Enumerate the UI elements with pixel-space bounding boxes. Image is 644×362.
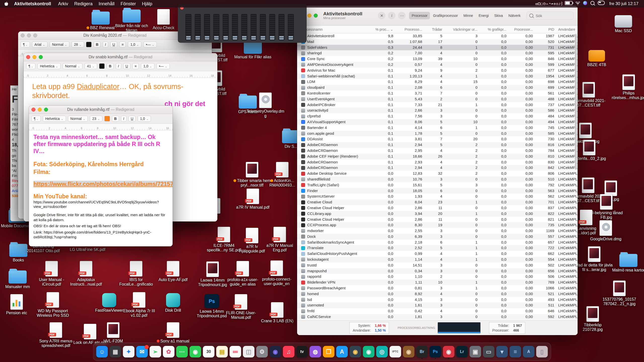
desktop-icon[interactable]: Accu-Check xyxy=(145,9,182,30)
process-row[interactable]: Kontrollcenter0,13,71700,00,00561LHCekMP… xyxy=(297,90,578,96)
flickr-link[interactable]: https://www.flickr.com/photos/cekari/alb… xyxy=(33,181,173,187)
desktop-icon[interactable]: Sony A7RII menus spreadsheet.pdf xyxy=(37,322,75,348)
font-style-select[interactable]: Normal⌄ xyxy=(50,41,69,48)
dock-item-music[interactable]: ♫ xyxy=(283,346,295,357)
desktop-icon[interactable]: Auto Eye-AF.pdf xyxy=(154,261,192,282)
process-row[interactable]: fmfd0,00,42400,00,00646LHCekMPL13 xyxy=(297,308,578,314)
column-header[interactable]: Väckningar ur... xyxy=(444,27,479,32)
close-button[interactable] xyxy=(31,108,35,112)
snabb-titlebar[interactable]: Div snabb komihåg.rtf — Redigerad xyxy=(24,53,217,61)
menu-item-redigera[interactable]: Redigera xyxy=(71,1,96,6)
desktop-icon[interactable]: Philips rörelses...mhus.jpg xyxy=(610,74,644,100)
dock-item-maps[interactable]: ➢ xyxy=(150,346,161,357)
process-row[interactable]: lsd0,04,15300,00,00493LHCekMPL13 xyxy=(297,297,578,303)
process-row[interactable]: homed0,08,92400,00,00521LHCekMPL13 xyxy=(297,291,578,297)
process-row[interactable]: mdworker0,02,55300,00,001169LHCekMPL13 xyxy=(297,228,578,234)
process-row[interactable]: Adobe CEF Helper (Renderer)0,118,662620,… xyxy=(297,154,578,159)
text-color-well[interactable] xyxy=(86,42,92,47)
process-row[interactable]: SafariCloudHistoryPushAgent0,00,99410,00… xyxy=(297,251,578,257)
dock-item-bridge[interactable]: Br xyxy=(416,346,428,357)
column-header[interactable]: PID xyxy=(535,27,556,32)
screen-mirroring-icon[interactable]: ⧉ xyxy=(538,1,540,6)
process-row[interactable]: sharingd0,27,00400,00,00595LHCekMPL13 xyxy=(297,50,578,56)
process-row[interactable]: Creative Cloud Helper0,02,861100,00,0082… xyxy=(297,217,578,222)
tab-nätverk[interactable]: Nätverk xyxy=(506,12,523,19)
process-row[interactable]: Bartender 40,14,14610,00,00745LHCekMPL13 xyxy=(297,125,578,131)
process-row[interactable]: AdobeCRDaemon0,12,95420,00,00784LHCekMPL… xyxy=(297,148,578,154)
desktop-icon[interactable]: profoto-connect-user-guide_en xyxy=(258,260,296,286)
menu-item-fönster[interactable]: Fönster xyxy=(117,1,139,6)
process-row[interactable]: Creative Cloud0,08,042310,00,00701LHCekM… xyxy=(297,199,578,205)
youtube-link[interactable]: https://www.youtube.com/channel/UCVEq5NC… xyxy=(33,200,159,209)
dock-item-app-store[interactable]: A xyxy=(336,346,348,357)
dock-item-gray-utility-app[interactable]: ▣ xyxy=(470,346,481,357)
battery-icon[interactable] xyxy=(565,1,573,5)
rullande-content[interactable]: Testa nya minneskortet… samt backup… Ok … xyxy=(29,130,173,246)
scrollbar-thumb[interactable] xyxy=(575,34,577,170)
dock-item-downloads-stack[interactable]: ▾ xyxy=(496,346,508,357)
menu-app-name[interactable]: Aktivitetskontroll xyxy=(11,0,54,8)
desktop-icon[interactable]: Manualer mm xyxy=(0,268,36,289)
audio-meters-window[interactable] xyxy=(178,4,307,43)
font-select[interactable]: Helvetica⌄ xyxy=(37,63,61,69)
dock-item-finder[interactable]: ☺ xyxy=(96,346,108,357)
underline-button[interactable]: U xyxy=(110,41,117,48)
process-row[interactable]: PasswordBreachAgent0,00,81310,00,001066L… xyxy=(297,285,578,291)
font-style-select[interactable]: Normal⌄ xyxy=(68,116,88,122)
process-row[interactable]: cfprefsd0,17,56300,00,00484LHCekMPL13 xyxy=(297,113,578,119)
process-row[interactable]: CCXProcess.app0,08,301900,00,00735LHCekM… xyxy=(297,222,578,228)
desktop-icon[interactable]: a7R IV Manual Eng.pdf xyxy=(261,227,299,252)
process-row[interactable]: SafariBookmarksSyncAgent0,02,18610,00,00… xyxy=(297,240,578,245)
textedit-window-rullande[interactable]: Div rullande komihåg.rtf — Redigerad ¶ ⌄… xyxy=(29,106,173,246)
desktop-icon[interactable]: Ebook Alpha 7r III v1.02.pdf xyxy=(120,292,158,318)
desktop-icon[interactable]: Adaptalux Instructi...nual.pdf xyxy=(67,261,105,287)
process-row[interactable]: iTranslate0,02,52510,00,00722LHCekMPL13 xyxy=(297,245,578,251)
font-size-select[interactable]: 41⌄ xyxy=(85,63,97,69)
keyboard-icon[interactable]: ⌨ xyxy=(535,1,538,6)
tab-energi[interactable]: Energi xyxy=(476,12,491,19)
column-header[interactable]: Processor... xyxy=(508,27,535,32)
menu-item-hjälp[interactable]: Hjälp xyxy=(139,1,155,6)
dock-item-red-circle-app[interactable]: ◉ xyxy=(443,346,455,357)
desktop-icon[interactable]: GoogleDrive.dmg xyxy=(587,220,625,241)
bold-button[interactable]: B xyxy=(94,41,101,48)
desktop-icon[interactable]: a7R IV Manual.pdf xyxy=(234,189,272,210)
desktop-icon[interactable]: Vad är detta för jävla fil s...terar.jpg xyxy=(575,246,613,272)
column-header[interactable]: Användare xyxy=(556,27,578,32)
diaduplicator-link[interactable]: Diaduplicator xyxy=(77,82,119,90)
dock-item-calendar[interactable]: 30 xyxy=(203,346,215,357)
minimize-button[interactable] xyxy=(27,33,31,37)
process-row[interactable]: usernoted0,01,61300,00,00511LHCekMPL13 xyxy=(297,302,578,308)
dock-item-system-preferences[interactable]: ⚙ xyxy=(256,346,268,357)
tab-skiva[interactable]: Skiva xyxy=(492,12,505,19)
dock-item-podcasts[interactable]: ◍ xyxy=(310,346,321,357)
underline-button[interactable]: U xyxy=(129,116,136,122)
font-select[interactable]: Helvetica⌄ xyxy=(43,116,66,122)
bold-button[interactable]: B xyxy=(107,63,114,69)
wifi-icon[interactable] xyxy=(575,1,580,5)
dock-item-teal-circle-app[interactable]: ◎ xyxy=(376,346,388,357)
process-row[interactable]: CCLibrary.app0,03,942010,00,00822LHCekMP… xyxy=(297,211,578,217)
cleaner-icon[interactable]: ◔ xyxy=(548,1,551,6)
rullande-titlebar[interactable]: Div rullande komihåg.rtf — Redigerad xyxy=(29,106,173,114)
desktop-icon[interactable]: Tibberköp 210728.jpg xyxy=(574,306,612,332)
tab-grafikprocessor[interactable]: Grafikprocessor xyxy=(430,12,460,19)
desktop-icon[interactable]: IBIS for FocalLe...gnificatio xyxy=(117,261,155,287)
column-header[interactable]: Processo... xyxy=(395,27,424,32)
dock-item-reminders[interactable]: ≔ xyxy=(230,346,241,357)
menu-item-arkiv[interactable]: Arkiv xyxy=(55,1,71,6)
process-row[interactable]: Bitdefender VPN0,01,111010,00,00769LHCek… xyxy=(297,280,578,285)
font-size-select[interactable]: 28⌄ xyxy=(71,41,84,48)
list-select[interactable]: •—⌄ xyxy=(143,41,157,48)
shield-icon[interactable]: ◈ xyxy=(553,1,556,6)
bold-button[interactable]: B xyxy=(112,116,119,122)
process-row[interactable]: Creative Cloud Helper0,02,861100,00,0083… xyxy=(297,205,578,211)
desktop-icon[interactable]: Sony a1 manual xyxy=(154,322,192,343)
cloud-icon[interactable]: ☁ xyxy=(551,1,553,6)
styles-button[interactable]: ¶ ⌄ xyxy=(31,116,41,122)
desktop-icon[interactable]: User Manual - iCircuit.pdf xyxy=(33,261,70,287)
dock-item-applications-stack[interactable]: A xyxy=(523,346,535,357)
italic-button[interactable]: I xyxy=(121,116,127,122)
siri-icon[interactable] xyxy=(583,1,587,5)
desktop-icon[interactable]: 153770796_10157 787042...21_n.jpg xyxy=(600,281,638,306)
